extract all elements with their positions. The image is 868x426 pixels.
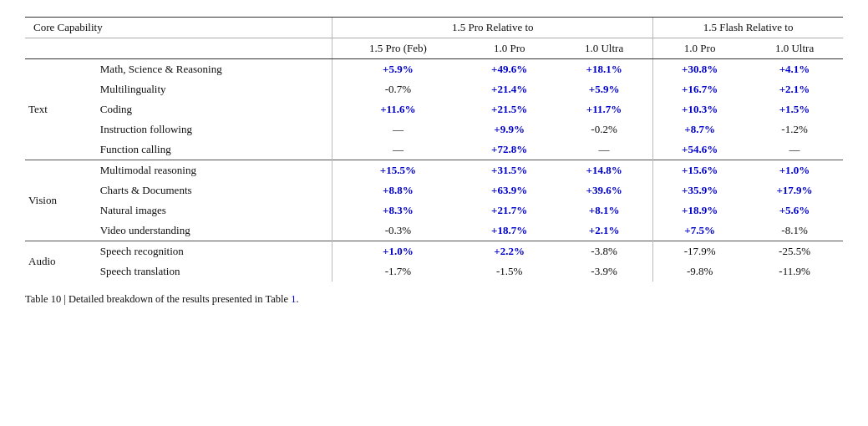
data-cell: -17.9%	[653, 241, 746, 262]
data-cell: +16.7%	[653, 79, 746, 99]
table-row: Instruction following—+9.9%-0.2%+8.7%-1.…	[25, 119, 843, 139]
header-row-top: Core Capability 1.5 Pro Relative to 1.5 …	[25, 18, 843, 38]
capability-label: Natural images	[95, 200, 332, 221]
table-row: Natural images+8.3%+21.7%+8.1%+18.9%+5.6…	[25, 200, 843, 221]
table-row: Coding+11.6%+21.5%+11.7%+10.3%+1.5%	[25, 99, 843, 119]
data-cell: +30.8%	[653, 59, 746, 80]
pro-relative-header: 1.5 Pro Relative to	[332, 18, 653, 38]
data-cell: +49.6%	[463, 59, 556, 80]
data-cell: +2.2%	[463, 241, 556, 262]
table-container: Core Capability 1.5 Pro Relative to 1.5 …	[25, 17, 843, 306]
data-cell: -3.8%	[556, 241, 653, 262]
data-cell: +10.3%	[653, 99, 746, 119]
capability-label: Multilinguality	[95, 79, 332, 99]
data-cell: +5.9%	[556, 79, 653, 99]
table-row: Charts & Documents+8.8%+63.9%+39.6%+35.9…	[25, 180, 843, 200]
table-row: Speech translation-1.7%-1.5%-3.9%-9.8%-1…	[25, 261, 843, 281]
data-cell: +8.1%	[556, 200, 653, 221]
data-cell: —	[746, 139, 843, 160]
table-row: Multilinguality-0.7%+21.4%+5.9%+16.7%+2.…	[25, 79, 843, 99]
data-cell: +21.5%	[463, 99, 556, 119]
data-cell: -9.8%	[653, 261, 746, 281]
table-row: VisionMultimodal reasoning+15.5%+31.5%+1…	[25, 160, 843, 181]
data-cell: +2.1%	[746, 79, 843, 99]
data-cell: +63.9%	[463, 180, 556, 200]
subheader-flash-ultra: 1.0 Ultra	[746, 38, 843, 59]
data-cell: -1.2%	[746, 119, 843, 139]
group-label-vision: Vision	[25, 160, 95, 241]
data-cell: +8.3%	[332, 200, 464, 221]
data-cell: +5.6%	[746, 200, 843, 221]
data-cell: -3.9%	[556, 261, 653, 281]
data-cell: -11.9%	[746, 261, 843, 281]
data-cell: +17.9%	[746, 180, 843, 200]
data-cell: +18.1%	[556, 59, 653, 80]
data-cell: +1.0%	[746, 160, 843, 181]
data-cell: -25.5%	[746, 241, 843, 262]
data-cell: +11.7%	[556, 99, 653, 119]
data-cell: —	[332, 119, 464, 139]
data-cell: -8.1%	[746, 221, 843, 241]
core-capability-header: Core Capability	[25, 18, 332, 38]
data-cell: +1.5%	[746, 99, 843, 119]
data-cell: +35.9%	[653, 180, 746, 200]
data-cell: —	[332, 139, 464, 160]
table-caption: Table 10 | Detailed breakdown of the res…	[25, 293, 843, 306]
capability-label: Math, Science & Reasoning	[95, 59, 332, 80]
capability-label: Function calling	[95, 139, 332, 160]
table-ref-link[interactable]: 1	[291, 293, 296, 305]
data-cell: +72.8%	[463, 139, 556, 160]
capability-label: Multimodal reasoning	[95, 160, 332, 181]
data-cell: -1.7%	[332, 261, 464, 281]
data-cell: -0.3%	[332, 221, 464, 241]
subheader-1-pro: 1.0 Pro	[463, 38, 556, 59]
data-cell: -0.7%	[332, 79, 464, 99]
data-cell: —	[556, 139, 653, 160]
table-row: AudioSpeech recognition+1.0%+2.2%-3.8%-1…	[25, 241, 843, 262]
header-row-sub: 1.5 Pro (Feb) 1.0 Pro 1.0 Ultra 1.0 Pro …	[25, 38, 843, 59]
capability-label: Coding	[95, 99, 332, 119]
table-row: Video understanding-0.3%+18.7%+2.1%+7.5%…	[25, 221, 843, 241]
data-cell: -1.5%	[463, 261, 556, 281]
data-cell: +5.9%	[332, 59, 464, 80]
data-cell: -0.2%	[556, 119, 653, 139]
capability-label: Instruction following	[95, 119, 332, 139]
data-cell: +4.1%	[746, 59, 843, 80]
capability-label: Speech recognition	[95, 241, 332, 262]
results-table: Core Capability 1.5 Pro Relative to 1.5 …	[25, 17, 843, 281]
data-cell: +21.7%	[463, 200, 556, 221]
data-cell: +1.0%	[332, 241, 464, 262]
capability-label: Video understanding	[95, 221, 332, 241]
data-cell: +15.5%	[332, 160, 464, 181]
data-cell: +2.1%	[556, 221, 653, 241]
data-cell: +9.9%	[463, 119, 556, 139]
data-cell: +18.7%	[463, 221, 556, 241]
table-row: TextMath, Science & Reasoning+5.9%+49.6%…	[25, 59, 843, 80]
data-cell: +8.8%	[332, 180, 464, 200]
data-cell: +14.8%	[556, 160, 653, 181]
data-cell: +8.7%	[653, 119, 746, 139]
group-label-text: Text	[25, 59, 95, 160]
table-row: Function calling—+72.8%—+54.6%—	[25, 139, 843, 160]
data-cell: +18.9%	[653, 200, 746, 221]
data-cell: +21.4%	[463, 79, 556, 99]
subheader-1-ultra: 1.0 Ultra	[556, 38, 653, 59]
capability-label: Speech translation	[95, 261, 332, 281]
data-cell: +7.5%	[653, 221, 746, 241]
group-label-audio: Audio	[25, 241, 95, 282]
subheader-flash-pro: 1.0 Pro	[653, 38, 746, 59]
subheader-pro-feb: 1.5 Pro (Feb)	[332, 38, 464, 59]
capability-label: Charts & Documents	[95, 180, 332, 200]
data-cell: +15.6%	[653, 160, 746, 181]
flash-relative-header: 1.5 Flash Relative to	[653, 18, 843, 38]
data-cell: +31.5%	[463, 160, 556, 181]
data-cell: +54.6%	[653, 139, 746, 160]
data-cell: +11.6%	[332, 99, 464, 119]
data-cell: +39.6%	[556, 180, 653, 200]
empty-subheader	[25, 38, 332, 59]
